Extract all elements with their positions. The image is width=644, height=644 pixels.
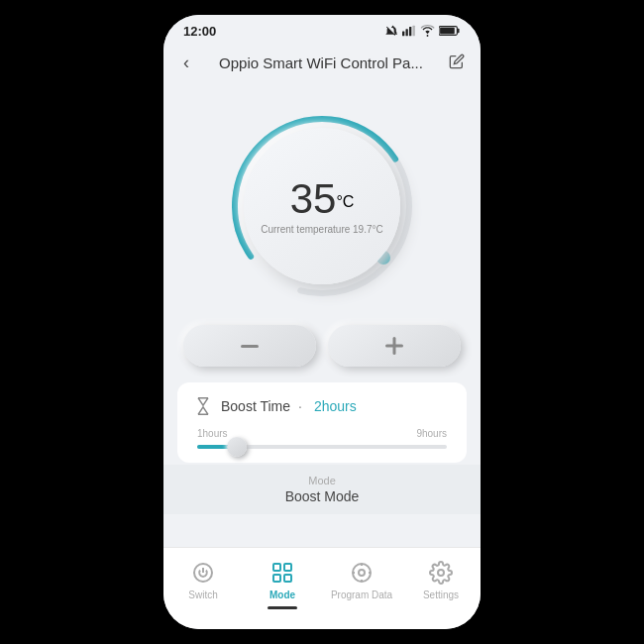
current-temp: Current temperature 19.7°C xyxy=(261,224,383,235)
decrease-button[interactable] xyxy=(183,325,316,367)
boost-dot: · xyxy=(298,398,302,414)
nav-item-settings[interactable]: Settings xyxy=(401,556,481,613)
signal-icon xyxy=(402,25,416,37)
nav-label-program-data: Program Data xyxy=(331,590,392,600)
svg-rect-3 xyxy=(413,26,415,37)
bell-mute-icon xyxy=(385,25,398,38)
wifi-icon xyxy=(420,25,435,37)
settings-icon xyxy=(428,560,454,586)
temperature-controls xyxy=(163,325,481,367)
nav-item-switch[interactable]: Switch xyxy=(163,556,243,613)
minus-icon xyxy=(241,345,259,348)
switch-icon xyxy=(190,560,216,586)
nav-label-settings: Settings xyxy=(423,590,459,600)
header: ‹ Oppio Smart WiFi Control Pa... xyxy=(163,43,481,87)
nav-item-program-data[interactable]: Program Data xyxy=(322,556,401,613)
status-bar: 12:00 xyxy=(163,15,481,43)
svg-point-19 xyxy=(353,564,371,582)
svg-rect-11 xyxy=(241,345,259,348)
svg-point-20 xyxy=(359,570,365,576)
boost-card: Boost Time · 2hours 1hours 9hours xyxy=(177,382,467,463)
nav-label-switch: Switch xyxy=(188,590,217,600)
svg-rect-15 xyxy=(273,564,280,571)
increase-button[interactable] xyxy=(328,325,461,367)
edit-button[interactable] xyxy=(449,54,465,73)
battery-icon xyxy=(439,25,461,37)
boost-slider-container: 1hours 9hours xyxy=(193,428,451,449)
boost-label: Boost Time xyxy=(221,398,290,414)
svg-rect-6 xyxy=(457,29,459,33)
dial-inner: 35°C Current temperature 19.7°C xyxy=(244,128,400,284)
temp-unit: °C xyxy=(336,192,354,209)
status-icons xyxy=(385,25,461,38)
bottom-nav: Switch Mode Pro xyxy=(163,547,481,629)
hourglass-icon xyxy=(193,396,213,416)
svg-rect-17 xyxy=(273,575,280,582)
program-data-icon xyxy=(349,560,375,586)
nav-item-mode[interactable]: Mode xyxy=(243,556,322,613)
mode-value: Boost Mode xyxy=(173,488,471,504)
main-content: 35°C Current temperature 19.7°C xyxy=(163,87,481,547)
slider-track[interactable] xyxy=(197,445,447,449)
status-time: 12:00 xyxy=(183,24,216,39)
svg-rect-16 xyxy=(284,564,291,571)
mode-icon xyxy=(269,560,295,586)
svg-rect-18 xyxy=(284,575,291,582)
mode-label: Mode xyxy=(173,475,471,486)
plus-icon xyxy=(385,337,403,355)
back-button[interactable]: ‹ xyxy=(179,49,193,77)
svg-point-21 xyxy=(438,570,444,576)
svg-rect-0 xyxy=(402,32,404,37)
boost-time-value: 2hours xyxy=(314,398,357,414)
thermostat-dial[interactable]: 35°C Current temperature 19.7°C xyxy=(223,107,421,305)
svg-rect-13 xyxy=(385,345,403,348)
header-title: Oppio Smart WiFi Control Pa... xyxy=(193,54,449,71)
boost-header: Boost Time · 2hours xyxy=(193,396,451,416)
svg-rect-1 xyxy=(406,29,408,36)
svg-rect-7 xyxy=(440,28,455,35)
temperature-display: 35°C xyxy=(290,178,355,220)
nav-label-mode: Mode xyxy=(269,590,295,600)
slider-thumb[interactable] xyxy=(227,437,247,457)
slider-min-label: 1hours xyxy=(197,428,228,439)
svg-point-4 xyxy=(427,35,429,37)
svg-rect-2 xyxy=(409,27,411,36)
temp-value: 35 xyxy=(290,175,337,222)
mode-section: Mode Boost Mode xyxy=(163,465,481,514)
slider-max-label: 9hours xyxy=(416,428,447,439)
